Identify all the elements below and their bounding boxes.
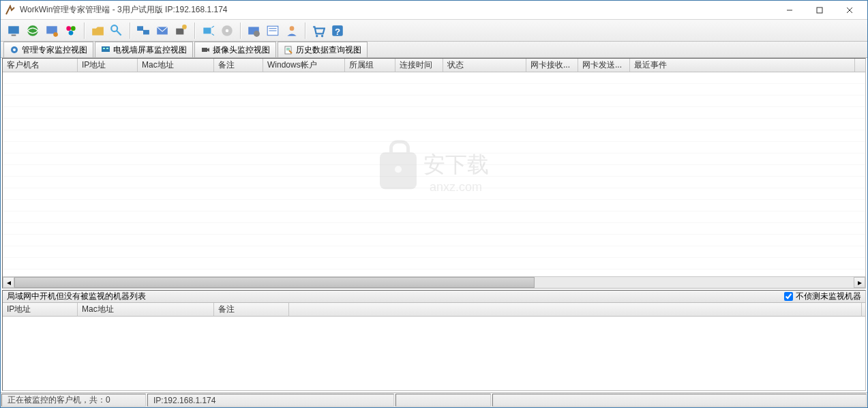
column-header[interactable]: Mac地址 — [138, 59, 214, 72]
svg-rect-15 — [143, 29, 149, 34]
screens-button[interactable] — [134, 22, 152, 40]
svg-point-6 — [27, 25, 38, 36]
column-header[interactable]: 客户机名 — [3, 59, 78, 72]
unmonitored-panel-header: 局域网中开机但没有被监视的机器列表 不侦测未监视机器 — [3, 291, 865, 303]
scroll-left-button[interactable]: ◂ — [3, 277, 14, 288]
camera-button[interactable] — [173, 22, 190, 40]
settings-button[interactable] — [245, 22, 263, 40]
tab-label: 历史数据查询视图 — [296, 44, 361, 56]
column-header[interactable]: IP地址 — [3, 303, 78, 316]
svg-point-11 — [69, 31, 74, 35]
svg-point-12 — [111, 25, 117, 31]
scroll-track[interactable] — [14, 277, 854, 288]
monitor-button[interactable] — [43, 22, 61, 40]
folder-open-button[interactable] — [89, 22, 106, 40]
svg-point-23 — [254, 31, 260, 37]
svg-rect-35 — [103, 48, 105, 49]
toolbar-separator — [130, 23, 130, 39]
mail-icon — [155, 24, 169, 38]
lock-icon — [380, 152, 417, 189]
view-tabs: 管理专家监控视图 电视墙屏幕监控视图 摄像头监控视图 历史数据查询视图 — [1, 42, 867, 58]
no-detect-checkbox-label: 不侦测未监视机器 — [796, 291, 861, 302]
scroll-thumb[interactable] — [14, 277, 535, 288]
column-header[interactable]: 网卡发送... — [578, 59, 630, 72]
close-button[interactable] — [835, 1, 865, 19]
broadcast-button[interactable] — [199, 22, 217, 40]
clients-grid-header: 客户机名IP地址Mac地址备注Windows帐户所属组连接时间状态网卡接收...… — [3, 59, 865, 72]
svg-rect-36 — [106, 48, 108, 49]
watermark-text: 安下载 — [423, 150, 489, 180]
desktop-icon — [7, 24, 20, 38]
clients-grid: 客户机名IP地址Mac地址备注Windows帐户所属组连接时间状态网卡接收...… — [2, 58, 866, 289]
column-header[interactable]: 最近事件 — [630, 59, 855, 72]
tab-camera-view[interactable]: 摄像头监控视图 — [194, 42, 276, 57]
disc-icon — [220, 24, 234, 38]
column-header[interactable]: IP地址 — [78, 59, 138, 72]
status-ip: IP:192.168.1.174 — [147, 394, 394, 407]
toolbar-separator — [305, 23, 305, 39]
mail-button[interactable] — [153, 22, 171, 40]
desktop-button[interactable] — [5, 22, 23, 40]
users-button[interactable] — [62, 22, 80, 40]
tab-history-view[interactable]: 历史数据查询视图 — [278, 42, 368, 57]
column-header[interactable]: 状态 — [443, 59, 526, 72]
tab-tvwall-view[interactable]: 电视墙屏幕监控视图 — [95, 42, 193, 57]
unmonitored-panel-title: 局域网中开机但没有被监视的机器列表 — [7, 291, 784, 302]
svg-point-8 — [53, 32, 58, 37]
cart-icon — [312, 24, 325, 38]
screens-icon — [136, 24, 150, 38]
svg-point-10 — [71, 26, 76, 31]
watermark-subtext: anxz.com — [423, 180, 489, 194]
svg-rect-14 — [137, 26, 143, 31]
svg-point-9 — [66, 26, 71, 31]
toolbar-separator — [194, 23, 195, 39]
key-icon — [110, 24, 123, 38]
settings-icon — [247, 24, 260, 38]
svg-text:?: ? — [335, 26, 340, 36]
user-icon — [285, 24, 299, 38]
tab-label: 电视墙屏幕监控视图 — [113, 44, 187, 56]
svg-rect-1 — [817, 8, 822, 13]
watermark: 安下载 anxz.com — [380, 150, 489, 194]
app-icon — [5, 5, 16, 16]
minimize-button[interactable] — [775, 1, 805, 19]
status-cell-4 — [492, 394, 867, 407]
user-button[interactable] — [283, 22, 301, 40]
main-toolbar: ? — [1, 20, 867, 42]
svg-point-27 — [290, 26, 295, 31]
unmonitored-grid-body[interactable] — [3, 317, 865, 390]
svg-point-18 — [182, 25, 187, 29]
help-button[interactable]: ? — [329, 22, 346, 40]
key-button[interactable] — [108, 22, 125, 40]
status-cell-3 — [395, 394, 491, 407]
column-header[interactable]: 备注 — [214, 303, 289, 316]
column-header[interactable]: 备注 — [214, 59, 263, 72]
tab-monitor-view[interactable]: 管理专家监控视图 — [3, 42, 93, 57]
monitor-icon — [45, 24, 59, 38]
column-header[interactable]: 所属组 — [345, 59, 395, 72]
disc-button[interactable] — [218, 22, 236, 40]
help-icon: ? — [331, 24, 344, 38]
maximize-button[interactable] — [805, 1, 835, 19]
cart-button[interactable] — [310, 22, 327, 40]
window-titlebar: WorkWin管理专家管理端 - 3用户试用版 IP:192.168.1.174 — [1, 1, 867, 20]
unmonitored-panel: 局域网中开机但没有被监视的机器列表 不侦测未监视机器 IP地址Mac地址备注 — [2, 290, 866, 391]
column-header[interactable]: Mac地址 — [78, 303, 214, 316]
status-monitored-count: 正在被监控的客户机，共：0 — [1, 394, 146, 407]
folder-open-icon — [91, 24, 104, 38]
clients-grid-body[interactable]: 安下载 anxz.com — [3, 72, 865, 276]
column-header[interactable]: 网卡接收... — [526, 59, 578, 72]
column-header[interactable] — [289, 303, 862, 316]
no-detect-checkbox-input[interactable] — [784, 292, 793, 301]
unmonitored-grid-header: IP地址Mac地址备注 — [3, 303, 865, 317]
list-button[interactable] — [264, 22, 282, 40]
window-title: WorkWin管理专家管理端 - 3用户试用版 IP:192.168.1.174 — [20, 4, 775, 16]
column-header[interactable]: 连接时间 — [395, 59, 443, 72]
scroll-right-button[interactable]: ▸ — [854, 277, 865, 288]
column-header[interactable]: Windows帐户 — [263, 59, 345, 72]
globe-button[interactable] — [24, 22, 42, 40]
no-detect-checkbox[interactable]: 不侦测未监视机器 — [784, 291, 861, 302]
horizontal-scrollbar[interactable]: ◂ ▸ — [3, 276, 865, 288]
globe-icon — [26, 24, 40, 38]
tab-label: 摄像头监控视图 — [213, 44, 270, 56]
